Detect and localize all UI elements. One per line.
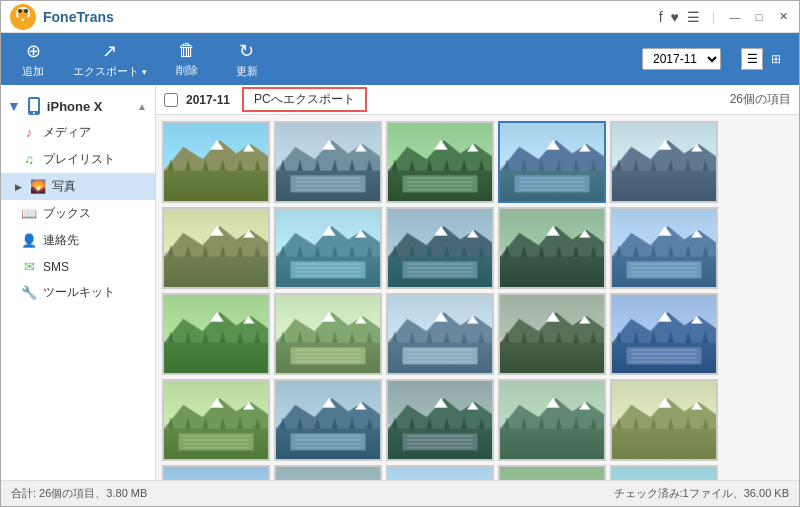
status-bar: 合計: 26個の項目、3.80 MB チェック済み:1ファイル、36.00 KB [1,480,799,506]
photo-thumb[interactable] [610,293,718,375]
app-logo-icon [9,3,37,31]
photo-thumb[interactable] [610,207,718,289]
media-label: メディア [43,124,91,141]
sidebar-item-books[interactable]: 📖 ブックス [1,200,155,227]
photo-thumb[interactable] [610,121,718,203]
photo-thumb[interactable] [162,293,270,375]
photo-thumb[interactable] [610,379,718,461]
maximize-button[interactable]: □ [751,9,767,25]
svg-point-4 [24,17,30,25]
photo-icon: 🌄 [30,179,46,194]
device-up-icon: ▲ [137,101,147,112]
main-content: ▼ iPhone X ▲ ♪ メディア ♫ プレイリスト ▶ 🌄 写 [1,85,799,480]
playlist-icon: ♫ [21,152,37,167]
svg-point-3 [16,17,22,25]
title-bar-right: f ♥ ☰ | — □ ✕ [659,9,791,25]
photo-thumb[interactable] [610,465,718,480]
title-bar: FoneTrans f ♥ ☰ | — □ ✕ [1,1,799,33]
photo-thumb[interactable] [162,379,270,461]
sidebar-item-playlist[interactable]: ♫ プレイリスト [1,146,155,173]
date-selector: 2017-11 [642,48,721,70]
app-title: FoneTrans [43,9,114,25]
device-collapse-icon: ▼ [7,98,21,114]
add-label: 追加 [22,64,44,79]
facebook-icon[interactable]: f [659,9,663,25]
svg-point-5 [18,9,22,13]
photo-thumb[interactable] [274,379,382,461]
export-popup-label[interactable]: PCへエクスポート [242,87,367,112]
sms-icon: ✉ [21,259,37,274]
contact-icon: 👤 [21,233,37,248]
photo-thumb[interactable] [274,207,382,289]
minimize-button[interactable]: — [727,9,743,25]
refresh-icon: ↻ [239,40,254,62]
export-label: エクスポート ▾ [73,64,147,79]
status-right: チェック済み:1ファイル、36.00 KB [614,486,789,501]
photo-thumb[interactable] [498,293,606,375]
add-button[interactable]: ⊕ 追加 [13,40,53,79]
sms-label: SMS [43,260,69,274]
toolkit-label: ツールキット [43,284,115,301]
book-icon: 📖 [21,206,37,221]
photo-thumb[interactable] [386,379,494,461]
delete-label: 削除 [176,63,198,78]
photo-thumb[interactable] [162,465,270,480]
sidebar: ▼ iPhone X ▲ ♪ メディア ♫ プレイリスト ▶ 🌄 写 [1,85,156,480]
album-header: 2017-11 PCへエクスポート 26個の項目 [156,85,799,115]
status-left: 合計: 26個の項目、3.80 MB [11,486,147,501]
view-toggle: ☰ ⊞ [741,48,787,70]
photo-thumb[interactable] [386,465,494,480]
photo-thumb[interactable] [274,293,382,375]
delete-icon: 🗑 [178,40,196,61]
photo-thumb[interactable] [274,465,382,480]
music-icon: ♪ [21,125,37,140]
device-header[interactable]: ▼ iPhone X ▲ [1,93,155,119]
list-view-button[interactable]: ☰ [741,48,763,70]
sidebar-item-toolkit[interactable]: 🔧 ツールキット [1,279,155,306]
device-name-label: iPhone X [47,99,103,114]
photo-thumb[interactable] [274,121,382,203]
phone-icon [27,97,41,115]
refresh-label: 更新 [236,64,258,79]
menu-icon[interactable]: ☰ [687,9,700,25]
album-date-label: 2017-11 [186,93,230,107]
close-button[interactable]: ✕ [775,9,791,25]
svg-point-6 [24,9,28,13]
delete-button[interactable]: 🗑 削除 [167,40,207,78]
date-dropdown[interactable]: 2017-11 [642,48,721,70]
select-all-checkbox[interactable] [164,93,178,107]
photo-label: 写真 [52,178,76,195]
photo-thumb[interactable] [162,121,270,203]
photo-thumb[interactable] [498,379,606,461]
heart-icon[interactable]: ♥ [671,9,679,25]
photo-thumb[interactable] [386,121,494,203]
album-count-label: 26個の項目 [730,91,791,108]
app-window: FoneTrans f ♥ ☰ | — □ ✕ ⊕ 追加 ↗ エクスポート ▾ … [0,0,800,507]
title-bar-left: FoneTrans [9,3,114,31]
svg-rect-8 [30,99,38,111]
playlist-label: プレイリスト [43,151,115,168]
export-icon: ↗ [102,40,117,62]
contacts-label: 連絡先 [43,232,79,249]
photo-grid [156,115,799,480]
toolkit-icon: 🔧 [21,285,37,300]
sidebar-item-photo[interactable]: ▶ 🌄 写真 [1,173,155,200]
refresh-button[interactable]: ↻ 更新 [227,40,267,79]
toolbar: ⊕ 追加 ↗ エクスポート ▾ 🗑 削除 ↻ 更新 2017-11 ☰ ⊞ [1,33,799,85]
photo-thumb[interactable] [386,207,494,289]
expand-icon: ▶ [15,182,22,192]
export-button[interactable]: ↗ エクスポート ▾ [73,40,147,79]
svg-point-9 [33,112,35,114]
books-label: ブックス [43,205,91,222]
photo-thumb[interactable] [498,207,606,289]
grid-view-button[interactable]: ⊞ [765,48,787,70]
add-icon: ⊕ [26,40,41,62]
photo-thumb[interactable] [162,207,270,289]
sidebar-item-contacts[interactable]: 👤 連絡先 [1,227,155,254]
sidebar-item-sms[interactable]: ✉ SMS [1,254,155,279]
photo-thumb[interactable] [498,465,606,480]
photo-thumb[interactable] [498,121,606,203]
photo-thumb[interactable] [386,293,494,375]
sidebar-item-media[interactable]: ♪ メディア [1,119,155,146]
photo-area: 2017-11 PCへエクスポート 26個の項目 [156,85,799,480]
